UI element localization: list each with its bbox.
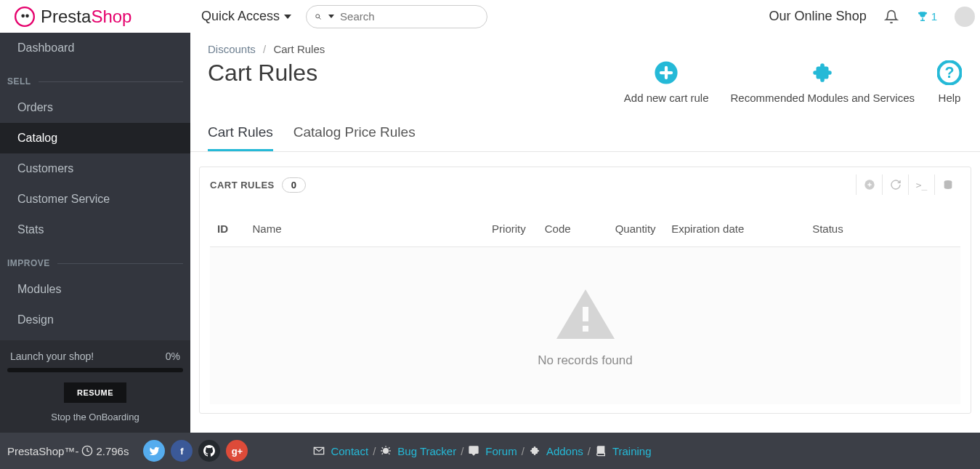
footer-addons-link[interactable]: Addons [546, 445, 583, 457]
col-status[interactable]: Status [812, 223, 953, 235]
brand-presta: Presta [41, 7, 91, 27]
panel-title: CART RULES [210, 180, 275, 191]
recommended-modules-button[interactable]: Recommended Modules and Services [731, 60, 915, 104]
svg-rect-11 [583, 326, 588, 332]
recommended-modules-label: Recommended Modules and Services [731, 92, 915, 104]
trophy-count: 1 [931, 10, 937, 23]
avatar[interactable] [955, 7, 975, 27]
quick-access-dropdown[interactable]: Quick Access [201, 9, 291, 24]
topbar: Quick Access Our Online Shop 1 [190, 0, 980, 33]
panel-count: 0 [282, 177, 306, 193]
add-cart-rule-label: Add new cart rule [624, 92, 709, 104]
tab-catalog-price-rules[interactable]: Catalog Price Rules [293, 116, 416, 151]
puzzle-icon [809, 60, 835, 86]
sidebar-item-design[interactable]: Design [0, 305, 190, 335]
col-quantity[interactable]: Quantity [615, 223, 672, 235]
facebook-icon[interactable]: f [171, 440, 193, 462]
footer-time: 2.796s [96, 445, 129, 457]
onboarding-panel: Launch your shop! 0% RESUME Stop the OnB… [0, 340, 190, 433]
prestashop-logo-icon [15, 7, 35, 27]
footer-brand: PrestaShop™ [7, 445, 75, 457]
caret-down-icon [284, 15, 291, 19]
search-box[interactable] [306, 5, 487, 28]
bug-icon [380, 445, 392, 457]
brand-shop: Shop [91, 7, 131, 27]
sidebar-section-improve: IMPROVE [0, 245, 190, 274]
svg-point-1 [21, 14, 25, 17]
sidebar-item-catalog[interactable]: Catalog [0, 123, 190, 153]
page-header: Cart Rules Add new cart rule Recommended… [190, 60, 980, 116]
footer-links: Contact/ Bug Tracker/ Forum/ Addons/ Tra… [313, 445, 651, 457]
breadcrumb: Discounts / Cart Rules [190, 33, 980, 60]
onboard-launch-label: Launch your shop! [10, 350, 94, 362]
svg-point-13 [383, 448, 389, 454]
breadcrumb-parent[interactable]: Discounts [208, 43, 256, 55]
cart-rules-panel: CART RULES 0 >_ ID Name Priority Code Qu… [199, 167, 971, 414]
sidebar-item-dashboard[interactable]: Dashboard [0, 33, 190, 63]
warning-icon [549, 284, 622, 342]
puzzle-icon [529, 445, 540, 457]
help-label: Help [936, 92, 963, 104]
grid-header-row: ID Name Priority Code Quantity Expiratio… [210, 211, 960, 247]
quick-access-label: Quick Access [201, 9, 280, 24]
question-circle-icon: ? [936, 60, 963, 86]
sidebar-item-orders[interactable]: Orders [0, 92, 190, 123]
resume-button[interactable]: RESUME [64, 382, 126, 403]
googleplus-icon[interactable]: g+ [226, 440, 248, 462]
shop-name-link[interactable]: Our Online Shop [769, 9, 867, 24]
panel-add-button[interactable] [856, 175, 882, 195]
svg-text:?: ? [945, 64, 955, 81]
clock-icon [81, 445, 93, 457]
col-expiration[interactable]: Expiration date [671, 223, 812, 235]
comments-icon [468, 445, 479, 457]
empty-state: No records found [210, 247, 960, 404]
add-cart-rule-button[interactable]: Add new cart rule [624, 60, 709, 104]
col-id[interactable]: ID [217, 223, 252, 235]
panel-refresh-button[interactable] [882, 175, 908, 195]
sidebar-item-customer-service[interactable]: Customer Service [0, 184, 190, 215]
empty-text: No records found [210, 353, 960, 368]
sidebar-item-stats[interactable]: Stats [0, 215, 190, 245]
panel-export-button[interactable] [934, 175, 960, 195]
onboard-percent: 0% [166, 350, 180, 362]
footer-bug-link[interactable]: Bug Tracker [397, 445, 456, 457]
breadcrumb-separator: / [263, 43, 266, 55]
col-code[interactable]: Code [545, 223, 615, 235]
github-icon[interactable] [198, 440, 220, 462]
onboard-progress-bar [7, 368, 183, 372]
panel-sql-button[interactable]: >_ [908, 175, 934, 195]
svg-point-2 [25, 14, 29, 17]
svg-line-4 [319, 17, 320, 19]
tab-cart-rules[interactable]: Cart Rules [208, 116, 273, 151]
svg-point-0 [15, 7, 34, 26]
svg-point-3 [316, 14, 320, 17]
tabs: Cart Rules Catalog Price Rules [190, 116, 980, 152]
envelope-icon [313, 446, 325, 456]
notifications-icon[interactable] [884, 9, 899, 24]
sidebar-item-customers[interactable]: Customers [0, 153, 190, 184]
footer-contact-link[interactable]: Contact [331, 445, 368, 457]
trophy-icon[interactable]: 1 [916, 10, 937, 23]
search-caret-icon [328, 15, 334, 18]
sidebar-item-modules[interactable]: Modules [0, 274, 190, 305]
help-button[interactable]: ? Help [936, 60, 963, 104]
book-icon [595, 445, 607, 457]
footer-sep: - [75, 445, 78, 457]
col-name[interactable]: Name [252, 223, 492, 235]
stop-onboarding-link[interactable]: Stop the OnBoarding [7, 412, 183, 422]
logo[interactable]: PrestaShop [0, 0, 190, 33]
svg-rect-10 [583, 307, 588, 321]
sidebar: PrestaShop Dashboard SELL Orders Catalog… [0, 0, 190, 433]
sidebar-section-sell: SELL [0, 63, 190, 92]
footer: PrestaShop™ - 2.796s f g+ Contact/ Bug T… [0, 433, 980, 469]
footer-training-link[interactable]: Training [612, 445, 652, 457]
footer-forum-link[interactable]: Forum [485, 445, 517, 457]
data-grid: ID Name Priority Code Quantity Expiratio… [200, 202, 971, 413]
page-title: Cart Rules [208, 60, 317, 87]
twitter-icon[interactable] [143, 440, 165, 462]
plus-circle-icon [653, 60, 679, 86]
search-input[interactable] [340, 10, 478, 23]
main-content: Discounts / Cart Rules Cart Rules Add ne… [190, 33, 980, 433]
col-priority[interactable]: Priority [492, 223, 545, 235]
search-icon [315, 12, 321, 22]
